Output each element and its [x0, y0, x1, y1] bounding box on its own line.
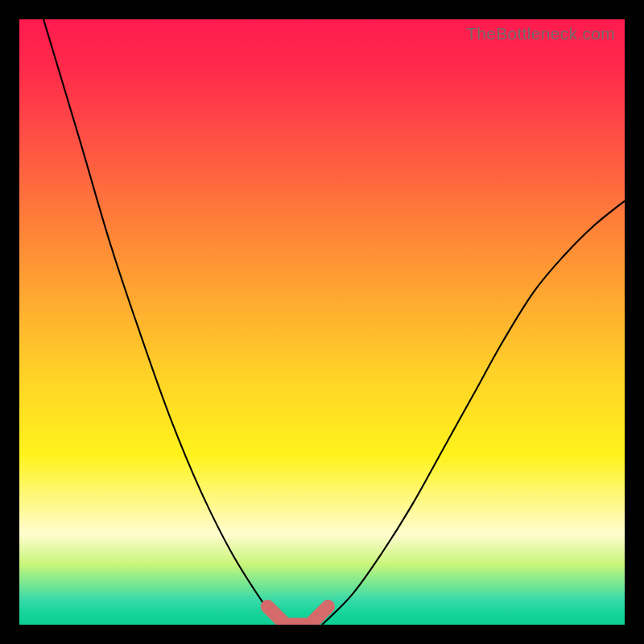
bottleneck-curve-left — [43, 19, 279, 625]
optimal-zone-marker — [267, 606, 328, 625]
chart-stage: TheBottleneck.com — [0, 0, 644, 644]
bottleneck-curve-right — [322, 201, 625, 625]
chart-plot-area: TheBottleneck.com — [19, 19, 625, 625]
chart-curves-svg — [19, 19, 625, 625]
bottleneck-curve — [43, 19, 625, 625]
